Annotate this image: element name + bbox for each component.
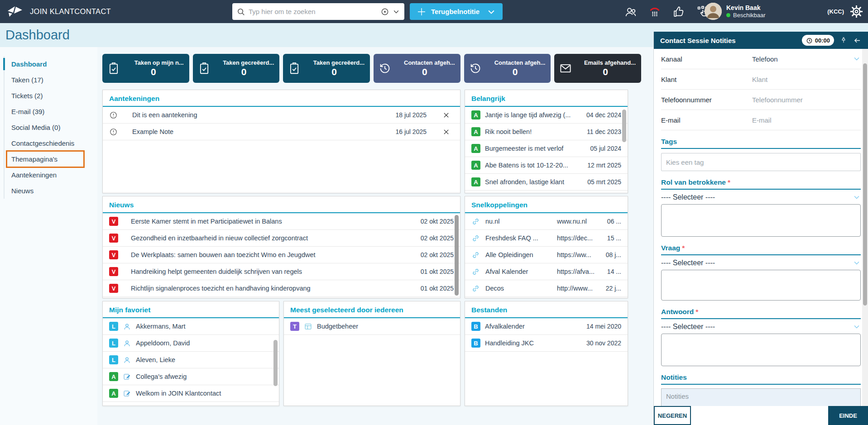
antwoord-select[interactable]: ---- Selecteer ---- bbox=[661, 320, 861, 334]
back-arrow-icon[interactable] bbox=[853, 36, 862, 45]
shortcut-row[interactable]: Afval Kalender https://afva... 14 ... bbox=[465, 263, 628, 280]
file-date: 30 nov 2022 bbox=[586, 339, 621, 347]
vraag-options-box[interactable] bbox=[661, 270, 861, 301]
topbar-right: (KCC) bbox=[827, 0, 863, 23]
field-placeholder[interactable]: Telefoonnummer bbox=[752, 96, 803, 104]
antwoord-options-box[interactable] bbox=[661, 334, 861, 366]
sidebar-item-dashboard[interactable]: Dashboard bbox=[5, 56, 97, 72]
callback-note-button[interactable]: Terugbelnotitie bbox=[410, 3, 503, 20]
clear-search-icon[interactable] bbox=[380, 7, 389, 16]
sidebar-item-contactgeschiedenis[interactable]: Contactgeschiedenis bbox=[5, 135, 97, 151]
stat-card-emails[interactable]: Emails afgehand...0 bbox=[554, 54, 641, 83]
section-rol-van-betrokkene: Rol van betrokkene* ---- Selecteer ---- bbox=[661, 178, 861, 237]
favorite-row[interactable]: A Welkom in JOIN Klantcontact bbox=[103, 385, 279, 402]
chevron-down-icon[interactable] bbox=[853, 55, 861, 63]
stat-cards: Taken op mijn n...0 Taken gecreëerd...0 … bbox=[102, 54, 641, 83]
rol-select[interactable]: ---- Selecteer ---- bbox=[661, 191, 861, 204]
field-label: Telefoonnummer bbox=[661, 96, 752, 104]
panel-aantekeningen: Aantekeningen Dit is een aantekening 18 … bbox=[102, 90, 460, 193]
scrollbar-thumb[interactable] bbox=[622, 110, 626, 142]
scrollbar-thumb[interactable] bbox=[273, 340, 278, 386]
favorite-row[interactable]: L Appeldoorn, David bbox=[103, 335, 279, 352]
file-row[interactable]: B Afvalkalender 14 mei 2020 bbox=[465, 318, 628, 335]
field-klant[interactable]: Klant Klant bbox=[661, 69, 861, 90]
shortcut-name: Freshdesk FAQ ... bbox=[485, 234, 553, 242]
news-row[interactable]: V Eerste Kamer stemt in met Participatie… bbox=[103, 213, 460, 230]
panel-nieuws: Nieuws V Eerste Kamer stemt in met Parti… bbox=[102, 196, 460, 298]
thumbs-up-icon[interactable] bbox=[672, 5, 686, 19]
important-row[interactable]: A Burgemeester is met verlof 05 jul 2024 bbox=[465, 140, 628, 157]
search-dropdown-icon[interactable] bbox=[393, 8, 400, 15]
panel-title: Aantekeningen bbox=[103, 90, 460, 107]
stat-card-taken-3[interactable]: Taken gecreëerd...0 bbox=[283, 54, 370, 83]
note-badge-icon: A bbox=[471, 127, 480, 136]
vraag-select[interactable]: ---- Selecteer ---- bbox=[661, 256, 861, 270]
shortcut-row[interactable]: nu.nl www.nu.nl 06 ... bbox=[465, 213, 628, 230]
tag-input[interactable] bbox=[661, 153, 861, 171]
sidebar-item-aantekeningen[interactable]: Aantekeningen bbox=[5, 167, 97, 183]
panel-title: Bestanden bbox=[465, 301, 628, 318]
shortcut-row[interactable]: Decos http://www... 22 j... bbox=[465, 280, 628, 297]
stat-card-taken-1[interactable]: Taken op mijn n...0 bbox=[102, 54, 189, 83]
notities-textarea[interactable] bbox=[661, 388, 861, 406]
field-email[interactable]: E-mail E-mail bbox=[661, 110, 861, 130]
sidebar-item-themapaginas[interactable]: Themapagina's bbox=[5, 151, 97, 167]
avatar[interactable] bbox=[705, 3, 722, 20]
favorite-row[interactable]: L Akkermans, Mart bbox=[103, 318, 279, 335]
important-row[interactable]: A Abe Batens is tot 10-12-20... 12 mrt 2… bbox=[465, 157, 628, 174]
important-row[interactable]: A Rik nooit bellen! 11 dec 2023 bbox=[465, 124, 628, 140]
sidebar-item-email[interactable]: E-mail (39) bbox=[5, 104, 97, 119]
user-info[interactable]: Kevin Baak Beschikbaar bbox=[705, 3, 766, 20]
callback-note-label: Terugbelnotitie bbox=[431, 8, 480, 15]
section-tags: Tags bbox=[661, 138, 861, 171]
pin-icon[interactable] bbox=[840, 37, 847, 44]
close-icon[interactable] bbox=[438, 129, 454, 135]
ignore-button[interactable]: NEGEREN bbox=[654, 406, 691, 425]
sidebar-item-nieuws[interactable]: Nieuws bbox=[5, 183, 97, 199]
note-row[interactable]: Example Note 16 jul 2025 bbox=[103, 124, 460, 140]
field-value[interactable]: Telefoon bbox=[752, 55, 778, 63]
favorite-row[interactable]: L Aleven, Lieke bbox=[103, 352, 279, 368]
end-button[interactable]: EINDE bbox=[828, 406, 868, 425]
panel-belangrijk: Belangrijk A Jantje is lange tijd afwezi… bbox=[465, 90, 628, 193]
sidebar-item-social-media[interactable]: Social Media (0) bbox=[5, 119, 97, 135]
close-icon[interactable] bbox=[438, 112, 454, 119]
chevron-down-icon[interactable] bbox=[487, 7, 496, 16]
field-placeholder[interactable]: Klant bbox=[752, 76, 767, 83]
timer-value: 00:00 bbox=[815, 37, 830, 44]
search-input[interactable] bbox=[249, 8, 377, 15]
file-row[interactable]: B Handleiding JKC 30 nov 2022 bbox=[465, 335, 628, 352]
stat-value: 0 bbox=[422, 67, 427, 77]
page-title: Dashboard bbox=[5, 28, 70, 43]
news-row[interactable]: V Richtlijn signalenproces toezicht en h… bbox=[103, 280, 460, 297]
stat-card-contacten-1[interactable]: Contacten afgeh...0 bbox=[374, 54, 460, 83]
favorite-row[interactable]: A Collega's afwezig bbox=[103, 368, 279, 385]
panel-title: Meest geselecteerd door iedereen bbox=[284, 301, 460, 318]
file-badge-icon: B bbox=[471, 322, 480, 331]
stat-card-contacten-2[interactable]: Contacten afgeh...0 bbox=[464, 54, 551, 83]
news-row[interactable]: V Gezondheid en inzetbaarheid in nieuw c… bbox=[103, 230, 460, 247]
field-telefoonnummer[interactable]: Telefoonnummer Telefoonnummer bbox=[661, 90, 861, 110]
most-selected-row[interactable]: T Budgetbeheer bbox=[284, 318, 460, 335]
section-title: Vraag* bbox=[661, 244, 861, 255]
dialpad-phone-icon[interactable] bbox=[648, 5, 662, 19]
stat-card-taken-2[interactable]: Taken gecreëerd...0 bbox=[193, 54, 280, 83]
sidebar-item-taken[interactable]: Taken (17) bbox=[5, 72, 97, 88]
scrollbar-thumb[interactable] bbox=[863, 63, 867, 306]
shortcut-row[interactable]: Alle Opleidingen https://ww... 08 j... bbox=[465, 247, 628, 263]
important-row[interactable]: A Snel afronden, lastige klant 05 mrt 20… bbox=[465, 174, 628, 191]
news-row[interactable]: V Handreiking helpt gemeenten duidelijk … bbox=[103, 263, 460, 280]
rol-options-box[interactable] bbox=[661, 204, 861, 237]
shortcut-row[interactable]: Freshdesk FAQ ... https://dec... 15 ... bbox=[465, 230, 628, 247]
note-row[interactable]: Dit is een aantekening 18 jul 2025 bbox=[103, 107, 460, 124]
gear-icon[interactable] bbox=[850, 5, 863, 18]
news-row[interactable]: V De Werkplaats: samen bouwen aan toezic… bbox=[103, 247, 460, 263]
field-placeholder[interactable]: E-mail bbox=[752, 116, 772, 124]
sidebar-item-tickets[interactable]: Tickets (2) bbox=[5, 88, 97, 104]
important-row[interactable]: A Jantje is lange tijd afwezig (... 04 d… bbox=[465, 107, 628, 124]
news-date: 02 okt 2025 bbox=[421, 218, 454, 225]
important-date: 04 dec 2024 bbox=[586, 111, 621, 119]
field-kanaal[interactable]: Kanaal Telefoon bbox=[661, 49, 861, 69]
scrollbar-thumb[interactable] bbox=[455, 215, 459, 296]
contacts-icon[interactable] bbox=[624, 5, 638, 19]
